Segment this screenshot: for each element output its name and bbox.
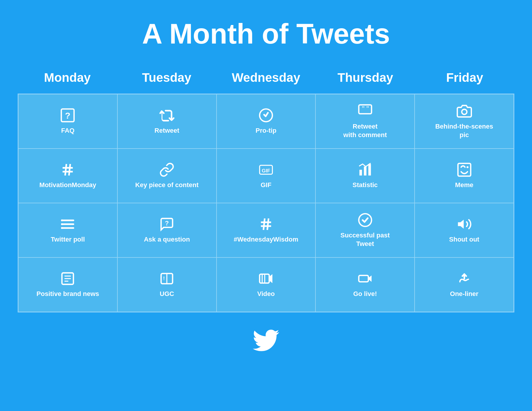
cell-label: UGC: [160, 290, 174, 298]
cell-label: One-liner: [450, 290, 478, 298]
svg-point-21: [61, 227, 63, 229]
svg-rect-14: [368, 164, 371, 176]
cell-r4-c3: Video: [217, 257, 316, 312]
cell-label: Video: [257, 290, 275, 298]
cell-r4-c4: Go live!: [315, 257, 415, 312]
cell-r4-c5: One-liner: [415, 257, 514, 312]
svg-rect-12: [359, 170, 362, 176]
cell-label: Statistic: [353, 181, 378, 189]
svg-point-15: [466, 166, 468, 168]
cell-label: Pro-tip: [256, 127, 277, 135]
svg-line-8: [65, 164, 66, 176]
question-icon: ?: [159, 217, 174, 232]
svg-line-26: [267, 219, 268, 230]
cell-label: #WednesdayWisdom: [234, 235, 298, 244]
svg-text:?: ?: [165, 220, 169, 227]
cell-label: Meme: [455, 181, 473, 189]
cell-r1-c1: ?FAQ: [18, 94, 117, 149]
newspaper-icon: [60, 271, 75, 286]
cell-r3-c3: #WednesdayWisdom: [217, 203, 316, 257]
cell-label: Key piece of content: [135, 181, 199, 189]
svg-text:"  ": " ": [362, 105, 369, 113]
video-icon: [258, 271, 274, 286]
cell-r2-c4: Statistic: [315, 149, 415, 203]
svg-text:!: !: [163, 276, 165, 282]
meme-icon: [457, 162, 472, 177]
cell-label: FAQ: [61, 127, 74, 135]
svg-rect-13: [364, 167, 366, 175]
day-header-wednesday: Wednesday: [216, 65, 316, 94]
ugc-icon: !: [159, 271, 174, 286]
cell-label: GIF: [261, 181, 272, 189]
shoutout-icon: [457, 217, 472, 232]
svg-text:GIF: GIF: [262, 168, 270, 174]
cell-r2-c2: Key piece of content: [117, 149, 217, 203]
cell-r1-c5: Behind-the-scenespic: [415, 94, 514, 149]
svg-line-9: [69, 164, 70, 176]
cell-r3-c2: ?Ask a question: [117, 203, 217, 257]
cell-label: Go live!: [353, 290, 377, 298]
cell-r1-c2: Retweet: [117, 94, 217, 149]
cell-r2-c1: MotivationMonday: [18, 149, 117, 203]
golive-icon: [358, 271, 373, 286]
oneliner-icon: [457, 271, 472, 286]
svg-point-19: [61, 219, 63, 222]
cell-label: Successful pastTweet: [340, 231, 390, 248]
cell-label: Retweetwith comment: [343, 122, 387, 139]
day-header-tuesday: Tuesday: [117, 65, 217, 94]
gif-icon: GIF: [258, 162, 274, 177]
link-icon: [159, 162, 174, 177]
svg-rect-39: [359, 275, 368, 282]
cell-r1-c3: Pro-tip: [217, 94, 316, 149]
cell-r3-c1: Twitter poll: [18, 203, 117, 257]
page-title: A Month of Tweets: [142, 18, 390, 50]
hashtag-icon: [60, 162, 75, 177]
svg-point-20: [61, 223, 63, 225]
statistic-icon: [358, 162, 373, 177]
day-header-thursday: Thursday: [316, 65, 415, 94]
cell-r2-c3: GIFGIF: [217, 149, 316, 203]
cell-label: Retweet: [154, 127, 179, 135]
protip-icon: [258, 108, 274, 123]
cell-r4-c1: Positive brand news: [18, 257, 117, 312]
svg-line-25: [263, 219, 265, 230]
cell-r3-c5: Shout out: [415, 203, 514, 257]
cell-label: MotivationMonday: [39, 181, 96, 189]
cell-r3-c4: Successful pastTweet: [315, 203, 415, 257]
svg-text:?: ?: [65, 111, 71, 120]
checkmark-icon: [358, 212, 373, 228]
cell-label: Ask a question: [144, 235, 190, 244]
camera-icon: [457, 104, 472, 119]
day-header-friday: Friday: [415, 65, 514, 94]
poll-icon: [60, 217, 75, 232]
calendar: MondayTuesdayWednesdayThursdayFriday ?FA…: [18, 65, 514, 312]
cell-r4-c2: !UGC: [117, 257, 217, 312]
svg-point-5: [462, 109, 467, 114]
retweet-icon: [159, 108, 174, 123]
cell-r2-c5: Meme: [415, 149, 514, 203]
hashtag-icon: [258, 217, 274, 232]
grid-table: ?FAQRetweetPro-tip" "Retweetwith comment…: [18, 94, 514, 312]
twitter-logo: [253, 327, 279, 360]
day-headers-row: MondayTuesdayWednesdayThursdayFriday: [18, 65, 514, 94]
faq-icon: ?: [60, 108, 75, 123]
day-header-monday: Monday: [18, 65, 117, 94]
cell-r1-c4: " "Retweetwith comment: [315, 94, 415, 149]
retweet-comment-icon: " ": [358, 104, 373, 119]
cell-label: Twitter poll: [51, 235, 85, 244]
cell-label: Positive brand news: [36, 290, 99, 298]
cell-label: Shout out: [449, 235, 479, 244]
cell-label: Behind-the-scenespic: [435, 122, 493, 139]
